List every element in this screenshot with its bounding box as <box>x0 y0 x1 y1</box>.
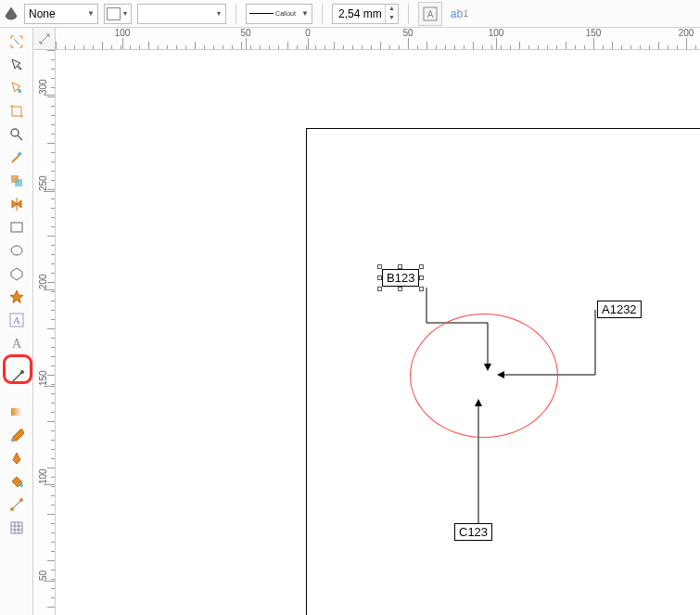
separator <box>408 4 409 24</box>
toolbox-spacer <box>4 389 30 400</box>
text-cursor-icon[interactable]: ab𝙸 <box>448 2 472 26</box>
svg-text:A: A <box>13 314 20 326</box>
separator <box>322 4 323 24</box>
polygon-tool[interactable] <box>4 262 30 285</box>
horizontal-ruler[interactable]: 10050050100150200 <box>56 28 700 50</box>
chevron-down-icon[interactable]: ▾ <box>212 9 225 18</box>
svg-point-2 <box>18 89 21 93</box>
ruler-label: 300 <box>38 79 48 95</box>
pen-tool[interactable] <box>4 446 30 469</box>
scale-tool[interactable] <box>4 30 30 53</box>
rectangle-tool[interactable] <box>4 215 30 238</box>
chevron-down-icon[interactable]: ▼ <box>84 9 97 18</box>
fill-icon <box>4 6 19 21</box>
separator <box>235 4 236 24</box>
svg-text:A: A <box>11 337 21 351</box>
star-tool[interactable] <box>4 285 30 308</box>
chevron-down-icon[interactable]: ▾ <box>121 9 131 18</box>
text-frame-tool[interactable]: A <box>4 308 30 331</box>
zoom-tool[interactable] <box>4 122 30 146</box>
crop-tool[interactable] <box>4 99 30 122</box>
property-toolbar: ▼ ▾ ▾ Callout ▼ ▲ ▼ A ab𝙸 <box>0 0 700 28</box>
ruler-label: 150 <box>38 370 48 386</box>
text-frame-icon[interactable]: A <box>418 2 442 26</box>
ruler-label: 250 <box>38 175 48 191</box>
ruler-label: 100 <box>115 28 131 38</box>
line-style-select[interactable]: Callout ▼ <box>246 4 312 24</box>
wand-tool[interactable] <box>4 146 30 169</box>
ellipse-tool[interactable] <box>4 238 30 262</box>
svg-point-3 <box>11 129 19 136</box>
svg-rect-5 <box>15 179 22 186</box>
ruler-label: 150 <box>586 28 602 38</box>
connector-tool[interactable] <box>4 493 30 516</box>
mirror-tool[interactable] <box>4 192 30 215</box>
callout-label-a[interactable]: A1232 <box>597 301 642 318</box>
ellipse-shape[interactable] <box>410 314 558 438</box>
svg-text:A: A <box>427 9 434 19</box>
direct-select-tool[interactable] <box>4 76 30 99</box>
callout-text: A1232 <box>602 302 637 316</box>
line-width-input[interactable] <box>333 5 385 23</box>
toolbox-spacer <box>4 354 30 365</box>
ruler-label: 50 <box>240 28 250 38</box>
ruler-label: 50 <box>38 570 48 581</box>
vertical-ruler[interactable]: 30025020015010050 <box>33 50 56 615</box>
ruler-label: 100 <box>489 28 504 38</box>
gradient-tool[interactable] <box>4 400 30 423</box>
ruler-label: 50 <box>402 28 413 38</box>
svg-rect-12 <box>11 408 22 416</box>
svg-point-14 <box>19 483 23 487</box>
callout-text: B123 <box>387 271 414 285</box>
toolbox: A A <box>0 28 33 615</box>
ruler-label: 0 <box>305 28 311 38</box>
svg-point-7 <box>11 246 22 255</box>
svg-point-11 <box>20 370 24 374</box>
spin-up-icon[interactable]: ▲ <box>386 5 398 14</box>
spin-down-icon[interactable]: ▼ <box>386 14 398 23</box>
shape-combine-tool[interactable] <box>4 169 30 192</box>
eyedropper-tool[interactable] <box>4 423 30 446</box>
bucket-tool[interactable] <box>4 469 30 493</box>
grid-tool[interactable] <box>4 516 30 539</box>
select-tool[interactable] <box>4 53 30 76</box>
svg-rect-13 <box>11 439 14 442</box>
ruler-label: 200 <box>38 274 48 289</box>
fill-preview[interactable]: ▾ <box>137 4 226 24</box>
fill-swatch[interactable]: ▾ <box>104 4 132 24</box>
ruler-label: 200 <box>679 28 694 38</box>
svg-rect-6 <box>11 223 22 232</box>
line-style-preview: Callout <box>247 5 299 23</box>
callout-label-b[interactable]: B123 <box>382 269 419 287</box>
line-width-spinner[interactable]: ▲ ▼ <box>332 4 399 24</box>
callout-text: C123 <box>459 525 488 539</box>
callout-label-c[interactable]: C123 <box>454 523 492 541</box>
ruler-origin[interactable] <box>33 28 56 50</box>
callout-tool[interactable] <box>4 365 30 389</box>
fill-select[interactable]: ▼ <box>24 4 98 24</box>
fill-mode-input[interactable] <box>25 5 84 23</box>
ruler-label: 100 <box>38 468 48 484</box>
text-tool[interactable]: A <box>4 331 30 354</box>
chevron-down-icon[interactable]: ▼ <box>299 9 312 18</box>
canvas-area[interactable]: B123 A1232 C123 <box>56 50 700 615</box>
